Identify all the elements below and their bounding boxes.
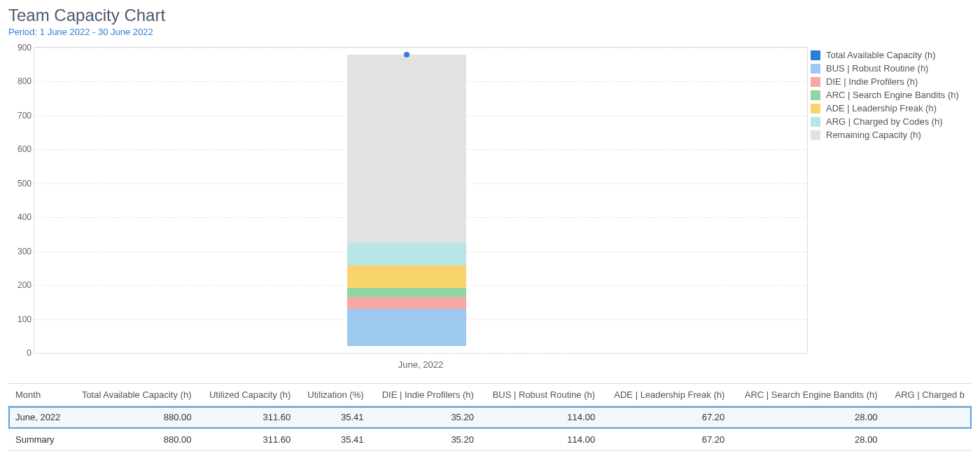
- table-cell: 114.00: [481, 429, 602, 451]
- y-axis-tick: 700: [10, 111, 31, 120]
- period-link[interactable]: Period: 1 June 2022 - 30 June 2022: [8, 27, 153, 37]
- x-axis-category-label: June, 2022: [34, 359, 807, 370]
- legend-swatch: [811, 50, 820, 60]
- bar-segment-remaining[interactable]: [347, 55, 466, 243]
- bar-segment-arg[interactable]: [347, 243, 466, 265]
- period-line: Period: 1 June 2022 - 30 June 2022: [8, 27, 972, 37]
- page-title: Team Capacity Chart: [8, 6, 972, 25]
- legend-item-arg[interactable]: ARG | Charged by Codes (h): [811, 116, 972, 127]
- legend-swatch: [811, 104, 820, 113]
- table-column-header[interactable]: ADE | Leadership Freak (h): [602, 384, 732, 406]
- legend-item-bus[interactable]: BUS | Robust Routine (h): [811, 63, 972, 74]
- table-column-header[interactable]: DIE | Indie Profilers (h): [371, 384, 481, 406]
- y-axis-tick: 200: [10, 280, 31, 290]
- y-axis-tick: 800: [10, 76, 31, 86]
- table-cell: 67.20: [602, 429, 732, 451]
- y-axis-tick: 600: [10, 144, 31, 154]
- bar-segment-arc[interactable]: [347, 288, 466, 297]
- gridline: [34, 48, 807, 48]
- table-column-header[interactable]: Utilization (%): [298, 384, 370, 406]
- table-cell: 35.20: [371, 406, 481, 429]
- legend-label: ARG | Charged by Codes (h): [826, 116, 943, 127]
- table-cell: 35.41: [298, 429, 370, 451]
- legend-swatch: [811, 130, 820, 140]
- table-column-header[interactable]: Total Available Capacity (h): [70, 384, 199, 406]
- table-cell: June, 2022: [8, 406, 70, 429]
- table-column-header[interactable]: ARG | Charged b: [885, 384, 972, 406]
- table-cell: 311.60: [198, 429, 298, 451]
- table-header-row: MonthTotal Available Capacity (h)Utilize…: [8, 384, 972, 406]
- y-axis-tick: 100: [10, 315, 31, 324]
- chart-legend: Total Available Capacity (h)BUS | Robust…: [811, 44, 972, 373]
- gridline: [34, 353, 807, 354]
- bar-segment-die[interactable]: [347, 297, 466, 309]
- total-capacity-marker[interactable]: [404, 52, 410, 57]
- y-axis-tick: 0: [10, 348, 31, 358]
- legend-item-remaining[interactable]: Remaining Capacity (h): [811, 130, 972, 140]
- legend-label: ADE | Leadership Freak (h): [826, 103, 937, 113]
- table-cell: 35.41: [298, 406, 370, 429]
- bar-segment-bus[interactable]: [347, 309, 466, 347]
- y-axis-tick: 400: [10, 212, 31, 222]
- table-cell: 311.60: [198, 406, 298, 429]
- legend-label: BUS | Robust Routine (h): [826, 63, 928, 74]
- table-column-header[interactable]: Month: [8, 384, 70, 406]
- capacity-table: MonthTotal Available Capacity (h)Utilize…: [8, 383, 972, 451]
- bar-segment-ade[interactable]: [347, 265, 466, 288]
- y-axis-tick: 500: [10, 179, 31, 188]
- table-cell: Summary: [8, 429, 70, 451]
- table-cell: 67.20: [602, 406, 732, 429]
- table-row[interactable]: June, 2022880.00311.6035.4135.20114.0067…: [8, 406, 972, 429]
- legend-item-total[interactable]: Total Available Capacity (h): [811, 50, 972, 60]
- stacked-bar[interactable]: [347, 55, 466, 353]
- y-axis-tick: 900: [10, 43, 31, 53]
- table-column-header[interactable]: BUS | Robust Routine (h): [481, 384, 602, 406]
- table-row[interactable]: Summary880.00311.6035.4135.20114.0067.20…: [8, 429, 972, 451]
- legend-label: DIE | Indie Profilers (h): [826, 76, 918, 87]
- table-cell: [885, 406, 972, 429]
- legend-item-arc[interactable]: ARC | Search Engine Bandits (h): [811, 90, 972, 100]
- table-cell: 880.00: [70, 406, 199, 429]
- legend-item-die[interactable]: DIE | Indie Profilers (h): [811, 76, 972, 87]
- table-column-header[interactable]: ARC | Search Engine Bandits (h): [732, 384, 884, 406]
- capacity-chart: 0100200300400500600700800900June, 2022: [8, 44, 811, 373]
- table-cell: 28.00: [732, 429, 884, 451]
- table-cell: 880.00: [70, 429, 199, 451]
- table-cell: 35.20: [371, 429, 481, 451]
- legend-swatch: [811, 64, 820, 74]
- chart-plot-area: 0100200300400500600700800900June, 2022: [34, 47, 808, 354]
- legend-swatch: [811, 90, 820, 100]
- legend-label: ARC | Search Engine Bandits (h): [826, 90, 959, 100]
- legend-swatch: [811, 77, 820, 87]
- table-cell: 28.00: [732, 406, 884, 429]
- table-cell: 114.00: [481, 406, 602, 429]
- legend-swatch: [811, 117, 820, 127]
- legend-item-ade[interactable]: ADE | Leadership Freak (h): [811, 103, 972, 113]
- legend-label: Total Available Capacity (h): [826, 50, 936, 60]
- y-axis-tick: 300: [10, 247, 31, 256]
- table-cell: [885, 429, 972, 451]
- legend-label: Remaining Capacity (h): [826, 130, 921, 140]
- table-column-header[interactable]: Utilized Capacity (h): [198, 384, 298, 406]
